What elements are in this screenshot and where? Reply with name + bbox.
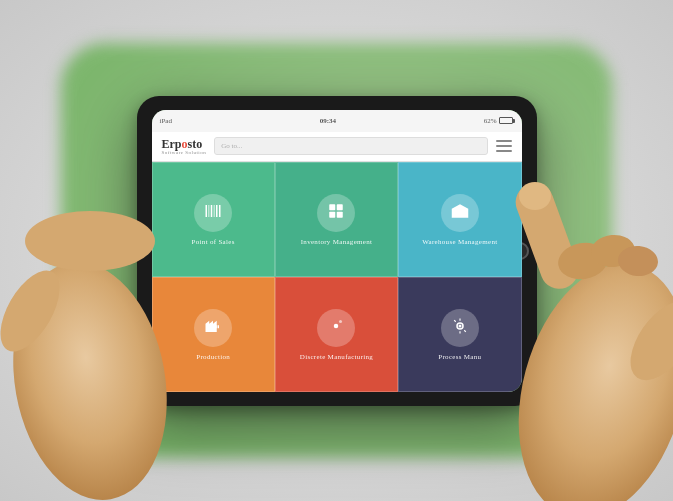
battery-percentage: 62%	[484, 117, 497, 125]
battery-icon	[499, 117, 513, 124]
status-bar: iPad 09:34 62%	[152, 110, 522, 132]
gears-icon	[327, 317, 345, 339]
svg-rect-7	[337, 204, 343, 210]
discrete-icon-wrap	[317, 309, 355, 347]
discrete-label: Discrete Manufacturing	[300, 353, 373, 361]
inventory-label: Inventory Management	[301, 238, 373, 246]
boxes-icon	[327, 202, 345, 224]
logo-text: Erposto	[162, 138, 203, 150]
svg-rect-8	[330, 212, 336, 218]
svg-point-12	[334, 324, 339, 329]
battery-indicator: 62%	[484, 117, 514, 125]
svg-rect-9	[337, 212, 343, 218]
device-name: iPad	[160, 117, 172, 125]
left-hand	[0, 161, 220, 501]
app-tile-inventory[interactable]: Inventory Management	[275, 162, 398, 277]
scene: iPad 09:34 62% Erposto Software Solution	[0, 0, 673, 501]
svg-point-18	[25, 211, 155, 271]
app-tile-discrete[interactable]: Discrete Manufacturing	[275, 277, 398, 392]
search-bar[interactable]: Go to...	[214, 137, 487, 155]
right-hand	[453, 141, 673, 501]
search-placeholder: Go to...	[221, 142, 242, 150]
logo-subtitle: Software Solution	[162, 150, 207, 155]
inventory-icon-wrap	[317, 194, 355, 232]
svg-point-13	[339, 320, 342, 323]
logo: Erposto Software Solution	[162, 138, 207, 155]
svg-point-21	[519, 182, 551, 210]
svg-rect-6	[330, 204, 336, 210]
time-display: 09:34	[320, 117, 336, 125]
